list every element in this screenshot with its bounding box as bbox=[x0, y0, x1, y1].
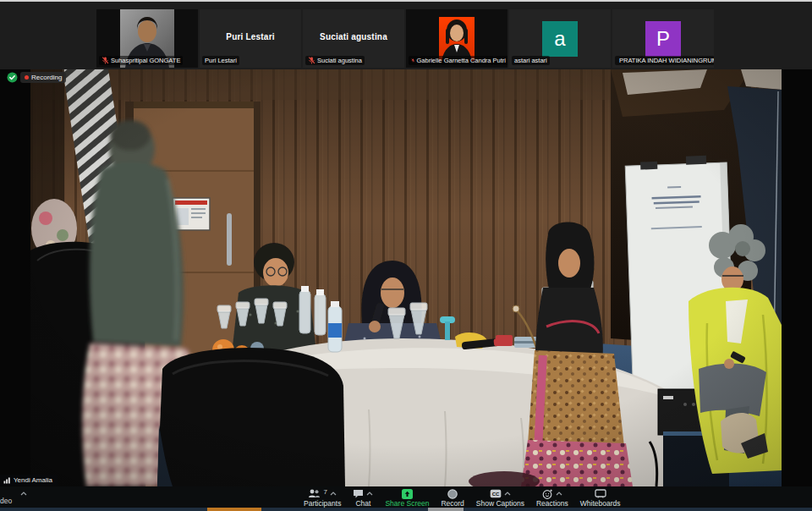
video-button-partial[interactable]: deo bbox=[0, 486, 34, 508]
chevron-up-icon[interactable] bbox=[366, 492, 373, 496]
participant-display-name: Suciati agustina bbox=[303, 32, 404, 41]
whiteboards-label: Whiteboards bbox=[580, 500, 621, 508]
participant-photo bbox=[439, 17, 475, 61]
chat-button[interactable]: Chat bbox=[347, 489, 379, 508]
recording-indicator-group: Recording bbox=[7, 72, 66, 83]
reactions-button[interactable]: Reactions bbox=[530, 489, 574, 508]
participant-display-name: Puri Lestari bbox=[200, 32, 301, 41]
participant-name-text: astari astari bbox=[514, 57, 547, 64]
share-screen-icon bbox=[402, 489, 413, 499]
active-speaker-label: Yendi Amalia bbox=[0, 475, 58, 486]
recording-dot-icon bbox=[25, 75, 29, 80]
participants-filmstrip: Suhaspritipal GONGATE Puri Lestari Puri … bbox=[0, 2, 812, 69]
whiteboards-icon bbox=[595, 489, 606, 498]
muted-mic-icon bbox=[102, 57, 109, 64]
chat-icon bbox=[353, 489, 364, 498]
participant-name-label: Gabrielle Garnetta Candra Putri bbox=[409, 56, 508, 65]
record-label: Record bbox=[441, 500, 464, 508]
recording-indicator[interactable]: Recording bbox=[20, 72, 66, 83]
participant-name-label: Suciati agustina bbox=[305, 56, 365, 65]
participant-name-label: PRATIKA INDAH WIDIANINGRUM bbox=[615, 56, 714, 65]
participant-name-label: Puri Lestari bbox=[202, 56, 239, 65]
network-signal-icon bbox=[3, 476, 11, 484]
participant-name-text: Suhaspritipal GONGATE bbox=[111, 57, 180, 64]
taskbar-sliver bbox=[0, 508, 812, 511]
participant-tile-suciati[interactable]: Suciati agustina Suciati agustina bbox=[303, 9, 404, 68]
muted-mic-icon bbox=[411, 57, 415, 64]
participant-name-text: Suciati agustina bbox=[317, 57, 362, 64]
show-captions-button[interactable]: CC Show Captions bbox=[470, 489, 530, 508]
meeting-toolbar: deo 7 Participants bbox=[0, 486, 812, 508]
video-button-label: deo bbox=[0, 497, 12, 505]
participant-name-text: Gabrielle Garnetta Candra Putri bbox=[417, 57, 506, 64]
participant-name-label: Suhaspritipal GONGATE bbox=[99, 56, 183, 65]
participant-tile-gabrielle[interactable]: Gabrielle Garnetta Candra Putri bbox=[406, 9, 508, 68]
participant-name-text: PRATIKA INDAH WIDIANINGRUM bbox=[619, 57, 714, 64]
chevron-up-icon[interactable] bbox=[504, 492, 511, 496]
taskbar-highlight-gray bbox=[428, 508, 464, 511]
participant-name-label: astari astari bbox=[512, 56, 550, 65]
whiteboards-button[interactable]: Whiteboards bbox=[574, 489, 627, 508]
main-video-stage: Recording Yendi Amalia bbox=[0, 69, 812, 486]
filmstrip-tiles: Suhaspritipal GONGATE Puri Lestari Puri … bbox=[96, 9, 714, 68]
participants-label: Participants bbox=[304, 500, 341, 508]
chat-label: Chat bbox=[355, 500, 370, 508]
participant-avatar: a bbox=[542, 21, 578, 57]
share-screen-button[interactable]: Share Screen bbox=[379, 489, 435, 508]
zoom-app-window: Suhaspritipal GONGATE Puri Lestari Puri … bbox=[0, 0, 812, 511]
participant-tile-puri[interactable]: Puri Lestari Puri Lestari bbox=[200, 9, 301, 68]
taskbar-highlight-orange bbox=[207, 508, 261, 511]
participant-tile-suhaspritipal[interactable]: Suhaspritipal GONGATE bbox=[96, 9, 198, 68]
share-screen-label: Share Screen bbox=[385, 500, 429, 508]
toolbar-buttons: 7 Participants Chat bbox=[298, 489, 627, 508]
recording-label: Recording bbox=[31, 74, 62, 81]
participant-tile-pratika[interactable]: P PRATIKA INDAH WIDIANINGRUM bbox=[612, 9, 714, 68]
muted-mic-icon bbox=[308, 57, 315, 64]
avatar-initial: a bbox=[554, 27, 565, 51]
chevron-up-icon[interactable] bbox=[20, 492, 27, 496]
svg-text:CC: CC bbox=[492, 492, 500, 497]
participant-avatar: P bbox=[645, 21, 681, 57]
participants-icon bbox=[308, 489, 321, 498]
record-button[interactable]: Record bbox=[435, 489, 469, 508]
participant-name-text: Puri Lestari bbox=[205, 57, 237, 64]
reactions-icon bbox=[542, 489, 553, 499]
chevron-up-icon[interactable] bbox=[556, 492, 562, 496]
participant-tile-astari[interactable]: a astari astari bbox=[509, 9, 611, 68]
speaker-name-text: Yendi Amalia bbox=[14, 476, 52, 484]
conference-room-scene bbox=[30, 69, 782, 486]
reactions-label: Reactions bbox=[536, 500, 568, 508]
participants-count-badge: 7 bbox=[323, 488, 326, 496]
avatar-initial: P bbox=[656, 27, 670, 51]
participants-button[interactable]: 7 Participants bbox=[298, 489, 347, 508]
captions-icon: CC bbox=[490, 489, 502, 498]
meeting-info-icon[interactable] bbox=[7, 72, 18, 83]
show-captions-label: Show Captions bbox=[476, 500, 524, 508]
chevron-up-icon[interactable] bbox=[330, 492, 337, 496]
record-icon bbox=[447, 489, 458, 499]
